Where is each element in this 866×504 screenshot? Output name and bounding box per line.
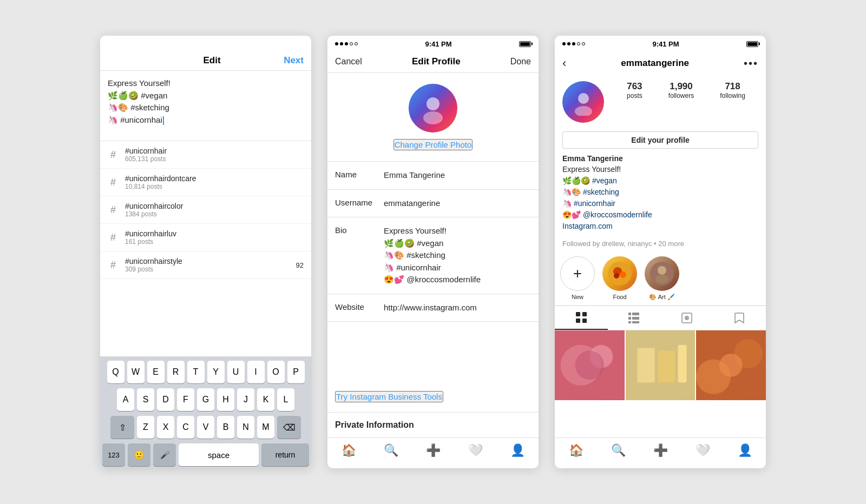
photo-cell-1[interactable]	[555, 330, 625, 400]
username-field[interactable]: Username emmatangerine	[327, 190, 539, 218]
nav-home-3[interactable]: 🏠	[569, 443, 583, 457]
highlight-new[interactable]: + New	[560, 256, 595, 301]
new-highlight-label: New	[572, 294, 583, 300]
key-m[interactable]: M	[257, 416, 274, 439]
nav-home[interactable]: 🏠	[342, 443, 356, 457]
next-button[interactable]: Next	[284, 55, 304, 66]
shift-key[interactable]: ⇧	[110, 416, 134, 439]
svg-rect-19	[628, 321, 631, 323]
key-d[interactable]: D	[157, 388, 174, 411]
caption-area[interactable]: Express Yourself! 🌿🍏🥝 #vegan 🦄🎨 #sketchi…	[100, 71, 311, 141]
nav-plus[interactable]: ➕	[426, 443, 441, 457]
keyboard-row2: A S D F G H J K L	[102, 388, 309, 411]
nav-search[interactable]: 🔍	[384, 443, 398, 457]
key-g[interactable]: G	[197, 388, 214, 411]
key-return[interactable]: return	[261, 443, 309, 466]
key-b[interactable]: B	[217, 416, 234, 439]
username-value: emmatangerine	[384, 197, 531, 210]
kroccos-mention[interactable]: @kroccosmodernlife	[583, 210, 652, 219]
tab-saved[interactable]	[713, 306, 766, 330]
key-x[interactable]: X	[157, 416, 174, 439]
nav-heart-3[interactable]: 🤍	[696, 443, 710, 457]
screens-container: Edit Next Express Yourself! 🌿🍏🥝 #vegan 🦄…	[81, 25, 785, 479]
screen2-bottom-nav: 🏠 🔍 ➕ 🤍 👤	[327, 437, 539, 468]
svg-point-2	[578, 93, 589, 104]
key-i[interactable]: I	[247, 361, 265, 383]
key-e[interactable]: E	[147, 361, 165, 383]
unicornhair-hashtag[interactable]: #unicornhair	[574, 199, 615, 208]
key-space[interactable]: space	[179, 443, 259, 466]
key-123[interactable]: 123	[102, 443, 125, 466]
nav-plus-3[interactable]: ➕	[653, 443, 668, 457]
key-s[interactable]: S	[137, 388, 154, 411]
photo-cell-3[interactable]	[696, 330, 766, 400]
following-stat[interactable]: 718 following	[720, 81, 745, 100]
key-u[interactable]: U	[227, 361, 245, 383]
website-field[interactable]: Website http://www.instagram.com	[327, 294, 539, 322]
sketching-hashtag[interactable]: #sketching	[583, 188, 619, 196]
tab-list[interactable]	[608, 306, 661, 330]
tab-tagged[interactable]	[660, 306, 713, 330]
key-z[interactable]: Z	[137, 416, 154, 439]
key-k[interactable]: K	[257, 388, 274, 411]
hash-icon: #	[108, 232, 119, 243]
svg-rect-18	[632, 317, 639, 320]
nav-profile-3[interactable]: 👤	[738, 443, 752, 457]
posts-stat[interactable]: 763 posts	[627, 81, 642, 100]
text-cursor	[163, 116, 164, 125]
try-business-button[interactable]: Try Instagram Business Tools	[335, 391, 443, 402]
caption-line3: 🦄🎨 #sketching	[108, 103, 169, 112]
key-emoji[interactable]: 🙂	[128, 443, 150, 466]
key-n[interactable]: N	[237, 416, 254, 439]
avatar-gradient-3	[562, 81, 604, 123]
name-field[interactable]: Name Emma Tangerine	[327, 162, 539, 190]
svg-point-36	[719, 354, 743, 377]
keyboard[interactable]: Q W E R T Y U I O P A S D F G H J K L	[100, 356, 311, 468]
key-l[interactable]: L	[277, 388, 294, 411]
key-q[interactable]: Q	[107, 361, 124, 383]
more-options-button[interactable]: •••	[744, 57, 758, 70]
nav-profile[interactable]: 👤	[510, 443, 525, 457]
key-r[interactable]: R	[167, 361, 185, 383]
vegan-hashtag[interactable]: #vegan	[592, 176, 617, 185]
followers-stat[interactable]: 1,990 followers	[668, 81, 694, 100]
key-c[interactable]: C	[177, 416, 194, 439]
website-link[interactable]: Instagram.com	[562, 222, 613, 230]
list-item[interactable]: # #unicornhairstyle 309 posts 92	[100, 251, 311, 279]
list-item[interactable]: # #unicornhaircolor 1384 posts	[100, 196, 311, 224]
list-item[interactable]: # #unicornhairluv 161 posts	[100, 224, 311, 251]
key-j[interactable]: J	[237, 388, 254, 411]
nav-search-3[interactable]: 🔍	[611, 443, 626, 457]
private-info-section[interactable]: Private Information	[327, 413, 539, 437]
highlight-food[interactable]: Food	[602, 256, 637, 301]
key-o[interactable]: O	[267, 361, 285, 383]
hash-count: 309 posts	[125, 266, 296, 273]
edit-profile-button[interactable]: Edit your profile	[562, 131, 758, 149]
key-t[interactable]: T	[187, 361, 205, 383]
profile-avatar-large	[409, 84, 457, 132]
key-w[interactable]: W	[127, 361, 145, 383]
list-item[interactable]: # #unicornhairdontcare 10,814 posts	[100, 169, 311, 196]
highlight-art[interactable]: 🎨 Art 🖌️	[645, 256, 679, 301]
posts-label: posts	[627, 92, 642, 100]
photo-cell-2[interactable]	[626, 330, 696, 400]
tab-grid[interactable]	[555, 306, 608, 330]
change-profile-photo-button[interactable]: Change Profile Photo	[393, 139, 473, 150]
key-v[interactable]: V	[197, 416, 214, 439]
key-a[interactable]: A	[117, 388, 134, 411]
profile-photo-section: Change Profile Photo	[327, 73, 539, 162]
key-f[interactable]: F	[177, 388, 194, 411]
nav-heart[interactable]: 🤍	[468, 443, 483, 457]
cancel-button[interactable]: Cancel	[335, 57, 362, 67]
back-button[interactable]: ‹	[562, 56, 566, 70]
key-mic[interactable]: 🎤	[153, 443, 176, 466]
delete-key[interactable]: ⌫	[277, 416, 301, 439]
bio-field[interactable]: Bio Express Yourself! 🌿🍏🥝 #vegan 🦄🎨 #ske…	[327, 217, 539, 294]
list-item[interactable]: # #unicornhair 605,131 posts	[100, 141, 311, 169]
key-h[interactable]: H	[217, 388, 234, 411]
svg-rect-31	[658, 351, 675, 383]
key-y[interactable]: Y	[207, 361, 225, 383]
hash-name: #unicornhaircolor	[125, 202, 304, 210]
done-button[interactable]: Done	[510, 57, 531, 67]
key-p[interactable]: P	[287, 361, 305, 383]
